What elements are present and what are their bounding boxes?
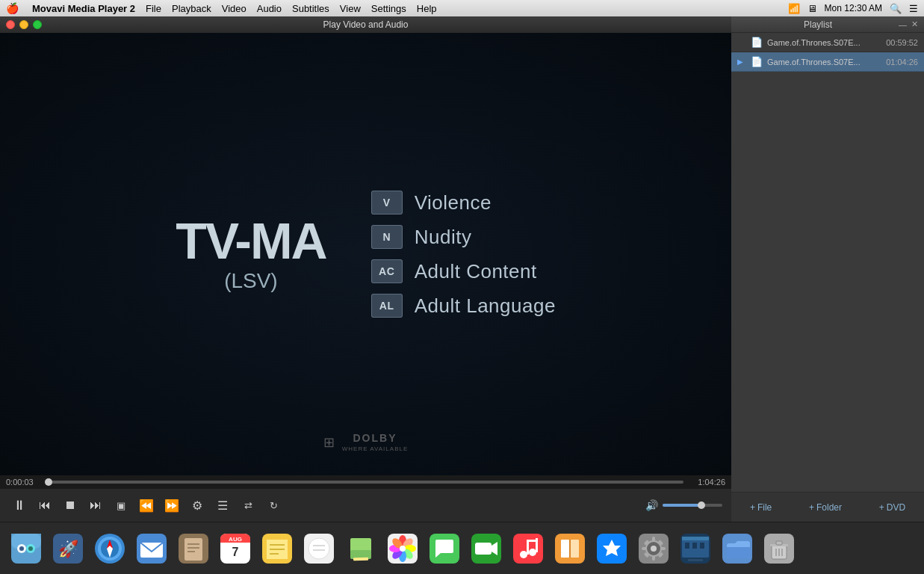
volume-icon[interactable]: 🔊 [645,499,658,511]
title-bar: Play Video and Audio [0,16,731,33]
dock-launchpad[interactable]: 🚀 [48,528,88,569]
svg-rect-67 [652,537,655,542]
volume-track[interactable] [663,504,722,507]
dock-books[interactable] [550,528,590,569]
close-button[interactable] [6,20,15,29]
svg-rect-17 [185,538,202,561]
svg-point-66 [651,546,657,552]
crop-button[interactable]: ▣ [111,495,131,516]
svg-rect-70 [660,547,666,550]
dock-notes[interactable] [257,528,297,569]
playback-menu[interactable]: Playback [172,3,211,14]
dock-finder[interactable] [6,528,46,569]
playlist-title: Playlist [737,19,899,30]
clock: Mon 12:30 AM [825,3,882,13]
screen-icon[interactable]: 🖥 [807,3,817,14]
plus-file-icon: + [750,502,755,513]
svg-rect-38 [353,557,368,561]
main-content: Play Video and Audio TV-MA (LSV) V Viole… [0,16,924,522]
svg-rect-69 [642,547,647,550]
next-button[interactable]: ⏭ [85,495,106,516]
dock-movavi[interactable] [675,528,716,569]
svg-rect-2 [11,534,41,549]
playlist-button[interactable]: ☰ [212,495,233,516]
plus-folder-icon: + [809,502,814,513]
playlist-item[interactable]: 📄 Game.of.Thrones.S07E... 00:59:52 [731,33,924,52]
playlist-close-button[interactable]: ✕ [911,19,918,29]
wifi-icon[interactable]: 📶 [788,3,800,14]
settings-button[interactable]: ⚙ [187,495,208,516]
forward-button[interactable]: ⏩ [161,495,182,516]
prev-button[interactable]: ⏮ [34,495,55,516]
apple-menu[interactable]: 🍎 [6,2,19,14]
svg-rect-78 [685,543,689,549]
svg-rect-79 [692,543,697,549]
volume-fill [663,504,701,507]
window-title: Play Video and Audio [323,19,409,30]
plus-dvd-icon: + [879,502,884,513]
add-dvd-button[interactable]: + DVD [879,502,905,513]
settings-menu[interactable]: Settings [371,3,406,14]
file-menu[interactable]: File [146,3,161,14]
tv-rating-main: TV-MA [176,215,326,266]
rewind-button[interactable]: ⏪ [136,495,157,516]
view-menu[interactable]: View [340,3,361,14]
add-folder-button[interactable]: + Folder [809,502,842,513]
notification-icon[interactable]: ☰ [909,3,918,14]
stop-button[interactable]: ⏹ [60,495,81,516]
dock-photos[interactable] [382,528,423,569]
progress-track[interactable] [48,481,683,484]
spotlight-icon[interactable]: 🔍 [890,3,902,14]
shuffle-button[interactable]: ⇄ [238,495,258,516]
dock-reminders[interactable] [299,528,339,569]
dock: 🚀 AUG 7 [0,522,924,574]
dock-notefile[interactable] [173,528,214,569]
playlist-minimize-button[interactable]: — [899,19,907,29]
maximize-button[interactable] [33,20,42,29]
add-file-label: File [757,502,772,513]
video-container: Play Video and Audio TV-MA (LSV) V Viole… [0,16,731,522]
dock-folder[interactable] [717,528,757,569]
volume-thumb[interactable] [698,502,705,509]
playlist-header: Playlist — ✕ [731,16,924,33]
label-adult-content: Adult Content [415,260,537,283]
svg-point-6 [28,546,33,551]
progress-thumb[interactable] [45,478,52,486]
dock-safari[interactable] [90,528,130,569]
add-folder-label: Folder [816,502,842,513]
dock-facetime[interactable] [466,528,506,569]
video-menu[interactable]: Video [222,3,246,14]
dock-mail[interactable] [131,528,172,569]
help-menu[interactable]: Help [417,3,437,14]
dock-sysprefs[interactable] [633,528,674,569]
tv-rating-sub: (LSV) [176,269,326,293]
pause-button[interactable]: ⏸ [9,495,30,516]
file-icon-1: 📄 [751,37,763,48]
minimize-button[interactable] [19,20,28,29]
dock-calendar[interactable]: AUG 7 [215,528,255,569]
repeat-button[interactable]: ↻ [263,495,284,516]
playlist-item-active[interactable]: ▶ 📄 Game.of.Thrones.S07E... 01:04:26 [731,52,924,72]
item-duration-2: 01:04:26 [886,58,918,67]
svg-rect-77 [682,537,709,540]
svg-point-5 [19,546,24,551]
dock-messages[interactable] [424,528,465,569]
descriptor-violence: V Violence [371,191,556,215]
app-name-menu[interactable]: Movavi Media Player 2 [32,3,135,14]
add-file-button[interactable]: + File [750,502,772,513]
dolby-logo: DOLBY WHERE AVAILABLE [342,431,409,453]
tv-rating: TV-MA (LSV) [176,215,326,293]
descriptor-nudity: N Nudity [371,225,556,249]
dock-stickies[interactable] [341,528,381,569]
dock-music[interactable] [508,528,548,569]
svg-rect-61 [571,540,579,558]
dock-trash[interactable] [759,528,799,569]
audio-menu[interactable]: Audio [257,3,282,14]
playlist-footer: + File + Folder + DVD [731,492,924,522]
badge-al: AL [371,294,403,318]
dock-appstore[interactable] [592,528,632,569]
video-screen[interactable]: TV-MA (LSV) V Violence N Nudity AC Adult… [0,33,731,475]
svg-rect-51 [475,543,492,555]
subtitles-menu[interactable]: Subtitles [292,3,329,14]
descriptor-adult-language: AL Adult Language [371,294,556,318]
